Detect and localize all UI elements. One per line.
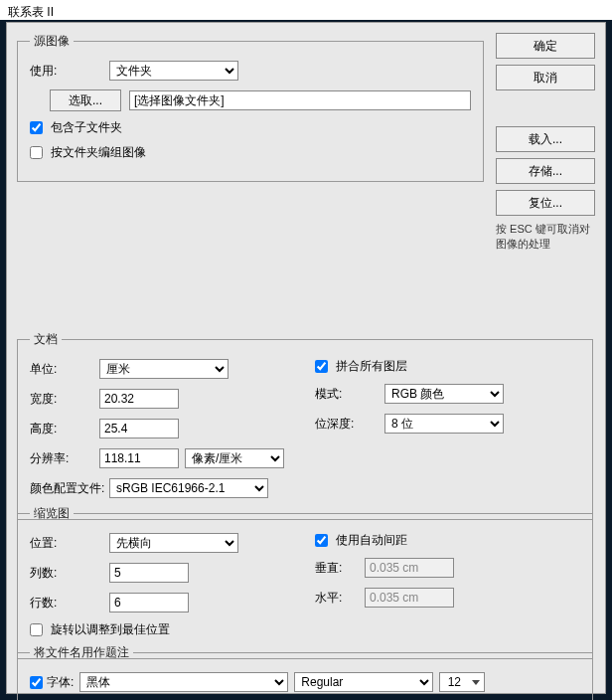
font-select[interactable]: 黑体 [79,672,288,692]
group-by-folder-label: 按文件夹编组图像 [51,144,146,161]
use-label: 使用: [30,63,109,80]
caption-legend: 将文件名用作题注 [30,644,133,661]
include-subfolders-label: 包含子文件夹 [51,119,122,136]
cancel-button[interactable]: 取消 [496,65,595,90]
font-label: 字体: [47,674,74,691]
document-fieldset: 文档 单位: 厘米 宽度: 高度: 分辨率: 像素/厘米 [17,331,593,520]
vertical-input [365,558,454,578]
thumbnail-fieldset: 缩览图 位置: 先横向 列数: 行数: 旋转以调整到最佳位置 [17,505,593,659]
source-legend: 源图像 [30,33,74,50]
caption-fieldset: 将文件名用作题注 字体: 黑体 Regular [17,644,593,700]
depth-select[interactable]: 8 位 [384,414,504,434]
save-button[interactable]: 存储... [496,158,595,184]
place-label: 位置: [30,535,109,552]
font-style-select[interactable]: Regular [294,672,433,692]
rows-input[interactable] [109,593,189,612]
left-content: 源图像 使用: 文件夹 选取... 包含子文件夹 按文件夹编组图像 [17,33,484,194]
vertical-label: 垂直: [315,560,365,577]
flatten-checkbox[interactable] [315,360,328,373]
horizontal-label: 水平: [315,590,365,607]
width-input[interactable] [99,389,179,409]
depth-label: 位深度: [315,416,384,433]
cols-input[interactable] [109,563,189,583]
right-button-column: 确定 取消 载入... 存储... 复位... 按 ESC 键可取消对图像的处理 [496,33,595,253]
font-size-stepper[interactable] [439,672,485,692]
document-legend: 文档 [30,331,62,348]
font-checkbox[interactable] [30,676,43,689]
unit-select[interactable]: 厘米 [99,359,229,379]
height-input[interactable] [99,419,179,438]
esc-hint: 按 ESC 键可取消对图像的处理 [496,222,595,253]
use-select[interactable]: 文件夹 [109,61,238,81]
ok-button[interactable]: 确定 [496,33,595,59]
reset-button[interactable]: 复位... [496,190,595,216]
choose-button[interactable]: 选取... [50,89,121,111]
include-subfolders-checkbox[interactable] [30,121,43,134]
dialog-body: 确定 取消 载入... 存储... 复位... 按 ESC 键可取消对图像的处理… [6,22,606,694]
rows-label: 行数: [30,595,109,612]
auto-spacing-label: 使用自动间距 [336,532,407,549]
load-button[interactable]: 载入... [496,126,595,152]
font-size-input[interactable] [440,673,468,691]
resolution-input[interactable] [99,448,179,468]
thumbnail-legend: 缩览图 [30,505,74,522]
cols-label: 列数: [30,565,109,582]
window-title: 联系表 II [8,5,54,19]
group-by-folder-checkbox[interactable] [30,146,43,159]
horizontal-input [365,588,454,608]
unit-label: 单位: [30,361,99,378]
resolution-unit-select[interactable]: 像素/厘米 [185,448,284,468]
path-input[interactable] [129,90,471,110]
source-fieldset: 源图像 使用: 文件夹 选取... 包含子文件夹 按文件夹编组图像 [17,33,484,182]
rotate-label: 旋转以调整到最佳位置 [51,621,170,638]
width-label: 宽度: [30,391,99,408]
title-bar: 联系表 II [0,0,612,20]
auto-spacing-checkbox[interactable] [315,534,328,547]
mode-select[interactable]: RGB 颜色 [384,384,504,404]
place-select[interactable]: 先横向 [109,533,238,553]
rotate-checkbox[interactable] [30,623,43,636]
chevron-down-icon[interactable] [472,680,480,685]
height-label: 高度: [30,421,99,438]
flatten-label: 拼合所有图层 [336,358,407,375]
profile-label: 颜色配置文件: [30,480,109,497]
mode-label: 模式: [315,386,384,403]
profile-select[interactable]: sRGB IEC61966-2.1 [109,478,268,498]
resolution-label: 分辨率: [30,450,99,467]
